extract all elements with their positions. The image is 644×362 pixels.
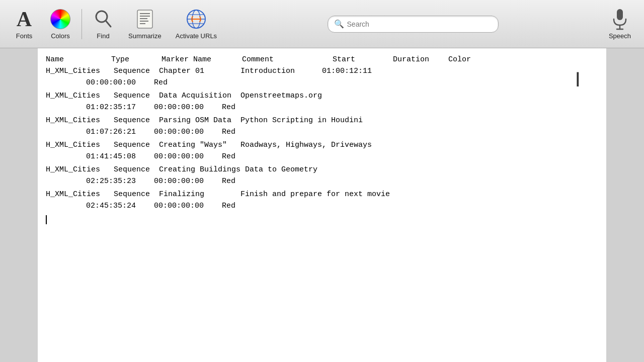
row-6-line2: 02:45:35:24 00:00:00:00 Red bbox=[46, 201, 598, 212]
toolbar: A Fonts Colors Find bbox=[0, 0, 644, 48]
search-icon: 🔍 bbox=[334, 19, 344, 29]
separator-1 bbox=[82, 9, 82, 39]
row-3-line2: 01:07:26:21 00:00:00:00 Red bbox=[46, 127, 598, 138]
content-wrapper: Name Type Marker Name Comment Start Dura… bbox=[0, 48, 644, 362]
right-border bbox=[606, 48, 644, 362]
table-row: H_XML_Cities Sequence Finalizing Finish … bbox=[46, 189, 598, 212]
table-row: H_XML_Cities Sequence Data Acquisition O… bbox=[46, 90, 598, 113]
colors-button[interactable]: Colors bbox=[42, 6, 78, 42]
summarize-label: Summarize bbox=[128, 32, 162, 40]
mouse-cursor: ┃ bbox=[574, 72, 581, 87]
row-2-line1: H_XML_Cities Sequence Data Acquisition O… bbox=[46, 90, 598, 102]
colors-label: Colors bbox=[51, 32, 70, 40]
col-header-start: Start bbox=[333, 55, 393, 64]
search-input[interactable] bbox=[347, 20, 492, 28]
svg-rect-14 bbox=[617, 9, 623, 20]
col-header-marker: Marker Name bbox=[162, 55, 242, 64]
row-4-line2: 01:41:45:08 00:00:00:00 Red bbox=[46, 151, 598, 163]
speech-button[interactable]: Speech bbox=[602, 6, 638, 42]
search-container: 🔍 bbox=[328, 16, 499, 33]
row-1-line1: H_XML_Cities Sequence Chapter 01 Introdu… bbox=[46, 66, 598, 77]
svg-rect-2 bbox=[137, 10, 152, 28]
speech-label: Speech bbox=[609, 32, 631, 40]
svg-line-1 bbox=[106, 21, 111, 27]
text-content[interactable]: Name Type Marker Name Comment Start Dura… bbox=[38, 48, 606, 362]
activate-urls-label: Activate URLs bbox=[176, 32, 217, 40]
col-header-comment: Comment bbox=[242, 55, 333, 64]
table-row: H_XML_Cities Sequence Creating "Ways" Ro… bbox=[46, 140, 598, 162]
table-row: H_XML_Cities Sequence Chapter 01 Introdu… bbox=[46, 66, 598, 88]
fonts-button[interactable]: A Fonts bbox=[6, 6, 42, 42]
activate-urls-icon bbox=[185, 8, 207, 30]
left-border bbox=[0, 48, 38, 362]
table-header: Name Type Marker Name Comment Start Dura… bbox=[46, 53, 598, 66]
table-row: H_XML_Cities Sequence Creating Buildings… bbox=[46, 164, 598, 187]
find-button[interactable]: Find bbox=[85, 6, 121, 42]
colors-icon bbox=[49, 8, 71, 30]
fonts-icon: A bbox=[13, 8, 35, 30]
activate-urls-button[interactable]: Activate URLs bbox=[169, 6, 224, 42]
col-header-type: Type bbox=[111, 55, 162, 64]
row-5-line2: 02:25:35:23 00:00:00:00 Red bbox=[46, 176, 598, 188]
col-header-name: Name bbox=[46, 55, 111, 64]
cursor-line bbox=[46, 214, 598, 226]
row-1-line2: 00:00:00:00 Red bbox=[46, 77, 598, 89]
fonts-label: Fonts bbox=[16, 32, 33, 40]
row-2-line2: 01:02:35:17 00:00:00:00 Red bbox=[46, 102, 598, 114]
search-area: 🔍 bbox=[224, 16, 602, 33]
row-3-line1: H_XML_Cities Sequence Parsing OSM Data P… bbox=[46, 115, 598, 127]
text-cursor bbox=[46, 215, 47, 224]
row-5-line1: H_XML_Cities Sequence Creating Buildings… bbox=[46, 164, 598, 176]
row-4-line1: H_XML_Cities Sequence Creating "Ways" Ro… bbox=[46, 140, 598, 151]
find-label: Find bbox=[97, 32, 109, 40]
speech-icon bbox=[609, 8, 631, 30]
row-6-line1: H_XML_Cities Sequence Finalizing Finish … bbox=[46, 189, 598, 201]
table-row: H_XML_Cities Sequence Parsing OSM Data P… bbox=[46, 115, 598, 138]
col-header-duration: Duration bbox=[393, 55, 448, 64]
summarize-button[interactable]: Summarize bbox=[121, 6, 169, 42]
col-header-color: Color bbox=[448, 55, 478, 64]
summarize-icon bbox=[134, 8, 156, 30]
find-icon bbox=[92, 8, 114, 30]
